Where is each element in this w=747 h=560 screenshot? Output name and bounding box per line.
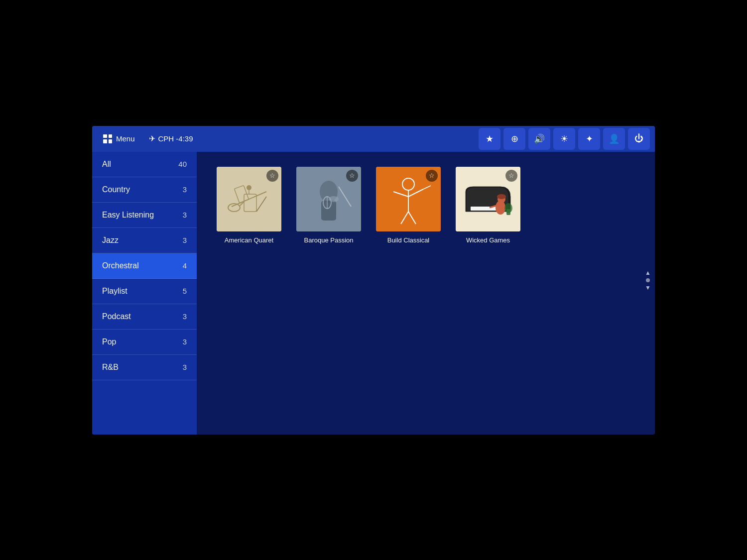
album-thumb-wicked: ☆ <box>456 167 520 231</box>
sidebar-count-jazz: 3 <box>183 236 187 244</box>
album-favorite-classical[interactable]: ☆ <box>426 170 438 182</box>
dimmer-icon: ✦ <box>586 133 593 144</box>
brightness-button[interactable]: ☀ <box>553 128 575 150</box>
menu-grid-icon <box>103 134 112 143</box>
album-thumb-baroque: ☆ <box>296 167 361 231</box>
main-content: All 40 Country 3 Easy Listening 3 Jazz 3… <box>92 152 655 435</box>
svg-point-6 <box>247 185 251 190</box>
sidebar-item-jazz[interactable]: Jazz 3 <box>92 228 197 253</box>
svg-point-15 <box>329 196 339 202</box>
header-bar: Menu ✈ CPH -4:39 ★ ⊕ 🔊 ☀ ✦ <box>92 126 655 152</box>
sidebar-label-playlist: Playlist <box>102 287 127 296</box>
sidebar-label-all: All <box>102 160 111 169</box>
sidebar-item-playlist[interactable]: Playlist 5 <box>92 279 197 304</box>
sidebar-label-easy-listening: Easy Listening <box>102 211 154 220</box>
sidebar-label-pop: Pop <box>102 337 116 346</box>
header-left: Menu ✈ CPH -4:39 <box>97 131 199 146</box>
albums-content: ☆ American Quaret <box>197 152 655 435</box>
sidebar-count-orchestral: 4 <box>183 261 187 270</box>
album-favorite-baroque[interactable]: ☆ <box>346 170 358 182</box>
power-icon: ⏻ <box>634 133 643 144</box>
scroll-down-icon: ▼ <box>645 284 651 291</box>
album-favorite-wicked[interactable]: ☆ <box>505 170 517 182</box>
scroll-indicator: ▲ ▼ <box>645 269 651 291</box>
sidebar-label-country: Country <box>102 185 130 194</box>
menu-button[interactable]: Menu <box>97 131 141 146</box>
sidebar: All 40 Country 3 Easy Listening 3 Jazz 3… <box>92 152 197 435</box>
favorites-button[interactable]: ★ <box>479 128 500 150</box>
scroll-up-icon: ▲ <box>645 269 651 276</box>
sidebar-count-podcast: 3 <box>183 312 187 321</box>
album-title-classical: Build Classical <box>376 236 441 244</box>
profile-button[interactable]: 👤 <box>603 128 625 150</box>
svg-point-31 <box>504 203 512 213</box>
sidebar-item-easy-listening[interactable]: Easy Listening 3 <box>92 203 197 228</box>
sidebar-item-orchestral[interactable]: Orchestral 4 <box>92 253 197 279</box>
main-screen: Menu ✈ CPH -4:39 ★ ⊕ 🔊 ☀ ✦ <box>92 126 655 435</box>
volume-icon: 🔊 <box>534 133 545 144</box>
dimmer-button[interactable]: ✦ <box>578 128 600 150</box>
sidebar-item-pop[interactable]: Pop 3 <box>92 330 197 355</box>
volume-button[interactable]: 🔊 <box>528 128 550 150</box>
menu-label: Menu <box>116 134 135 143</box>
sidebar-count-pop: 3 <box>183 337 187 346</box>
sidebar-item-rnb[interactable]: R&B 3 <box>92 355 197 380</box>
flight-label: CPH -4:39 <box>158 134 193 143</box>
sun-icon: ☀ <box>560 133 568 144</box>
person-icon: 👤 <box>609 133 620 144</box>
album-thumb-american: ☆ <box>217 167 281 231</box>
flight-icon: ✈ <box>149 134 155 143</box>
album-title-wicked: Wicked Games <box>456 236 520 244</box>
sidebar-item-podcast[interactable]: Podcast 3 <box>92 304 197 330</box>
sidebar-count-all: 40 <box>178 160 187 168</box>
album-card-classical[interactable]: ☆ Build Classical <box>376 167 441 244</box>
scroll-dot-1 <box>646 278 650 282</box>
album-title-american: American Quaret <box>217 236 281 244</box>
sidebar-item-all[interactable]: All 40 <box>92 152 197 177</box>
power-button[interactable]: ⏻ <box>628 128 650 150</box>
sidebar-item-country[interactable]: Country 3 <box>92 177 197 203</box>
header-right: ★ ⊕ 🔊 ☀ ✦ 👤 ⏻ <box>479 128 650 150</box>
sidebar-count-easy-listening: 3 <box>183 211 187 219</box>
sidebar-label-orchestral: Orchestral <box>102 261 139 270</box>
sidebar-label-podcast: Podcast <box>102 312 131 321</box>
albums-grid: ☆ American Quaret <box>217 167 635 244</box>
sidebar-label-jazz: Jazz <box>102 236 119 245</box>
album-card-baroque[interactable]: ☆ Baroque Passion <box>296 167 361 244</box>
sidebar-count-playlist: 5 <box>183 287 187 295</box>
album-favorite-american[interactable]: ☆ <box>266 170 278 182</box>
album-title-baroque: Baroque Passion <box>296 236 361 244</box>
sidebar-label-rnb: R&B <box>102 363 119 372</box>
svg-point-28 <box>497 194 506 199</box>
sidebar-count-rnb: 3 <box>183 363 187 371</box>
flight-info-button[interactable]: ✈ CPH -4:39 <box>143 131 199 146</box>
album-card-wicked[interactable]: ☆ Wicked Games <box>456 167 520 244</box>
star-icon: ★ <box>486 133 494 144</box>
language-button[interactable]: ⊕ <box>503 128 525 150</box>
album-thumb-classical: ☆ <box>376 167 441 231</box>
globe-icon: ⊕ <box>511 133 518 144</box>
album-card-american[interactable]: ☆ American Quaret <box>217 167 281 244</box>
sidebar-count-country: 3 <box>183 185 187 194</box>
